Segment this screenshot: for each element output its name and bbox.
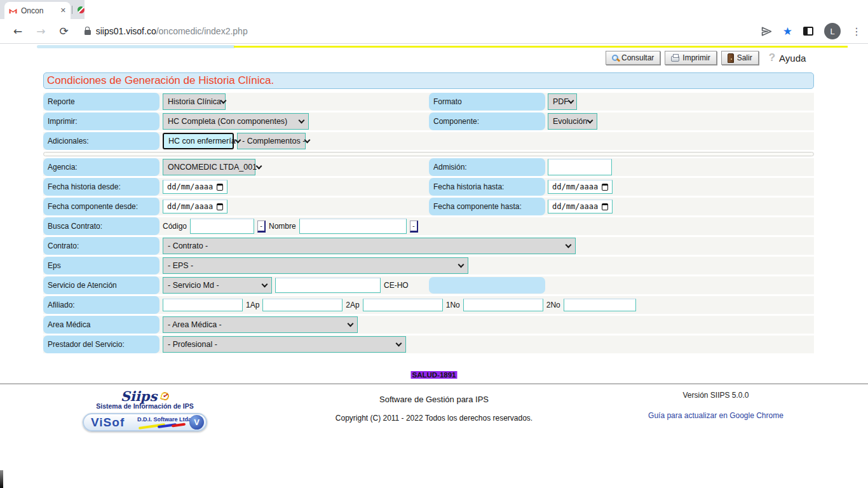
afiliado-1ap-label: 1Ap bbox=[246, 301, 259, 309]
footer-logos: Siips Sistema de Información de IPS ViSo… bbox=[80, 388, 210, 434]
tab-close-icon[interactable]: ✕ bbox=[60, 6, 66, 15]
nombre-input[interactable] bbox=[299, 219, 407, 234]
fecha-historia-hasta-label: Fecha historia hasta: bbox=[429, 178, 545, 196]
section-divider bbox=[43, 152, 814, 156]
afiliado-nombre1-input[interactable] bbox=[363, 299, 443, 311]
calendar-icon[interactable] bbox=[602, 184, 608, 191]
imprimir-label: Imprimir bbox=[682, 53, 710, 62]
admision-input[interactable] bbox=[548, 159, 612, 175]
row-busca-contrato: Busca Contrato: Código - Nombre - bbox=[43, 217, 814, 235]
agencia-select[interactable]: ONCOMEDIC LTDA_001 bbox=[163, 159, 255, 175]
contrato-select[interactable]: - Contrato - bbox=[163, 238, 576, 254]
side-panel-icon[interactable] bbox=[803, 27, 813, 36]
row-contrato: Contrato: - Contrato - bbox=[43, 237, 814, 255]
formato-label: Formato bbox=[429, 93, 545, 111]
prestador-select[interactable]: - Profesional - bbox=[163, 336, 406, 353]
servicio-select[interactable]: - Servicio Md - bbox=[163, 277, 272, 294]
url-host: siips01.visof.co bbox=[96, 26, 156, 36]
admision-label: Admisión: bbox=[429, 158, 545, 176]
row-prestador: Prestador del Servicio: - Profesional - bbox=[43, 336, 814, 353]
consultar-button[interactable]: Consultar bbox=[606, 51, 660, 65]
fecha-componente-hasta-label: Fecha componente hasta: bbox=[429, 198, 545, 215]
lock-icon[interactable] bbox=[85, 30, 91, 35]
bookmark-star-icon[interactable]: ★ bbox=[783, 25, 792, 37]
afiliado-2no-label: 2No bbox=[546, 301, 560, 309]
browser-toolbar: ← → ⟳ siips01.visof.co/oncomedic/index2.… bbox=[0, 19, 868, 43]
complementos-select[interactable]: - Complementos - bbox=[237, 133, 306, 149]
tab-title: Oncon bbox=[21, 6, 57, 15]
footer-center: Software de Gestión para IPS Copyright (… bbox=[269, 384, 599, 423]
prestador-label: Prestador del Servicio: bbox=[43, 336, 159, 353]
visof-v-icon: V bbox=[189, 415, 204, 430]
fecha-componente-desde-label: Fecha componente desde: bbox=[43, 198, 159, 215]
profile-avatar[interactable]: L bbox=[824, 23, 841, 39]
row-imprimir: Imprimir: HC Completa (Con componentes) … bbox=[43, 112, 814, 130]
fecha-historia-desde-input[interactable]: dd/mm/aaaa bbox=[163, 180, 227, 194]
chrome-guide-link[interactable]: Guía para actualizar en Google Chrome bbox=[637, 411, 794, 420]
tab-separator bbox=[72, 6, 72, 14]
codigo-clear-button[interactable]: - bbox=[257, 220, 266, 233]
row-fecha-historia: Fecha historia desde: dd/mm/aaaa Fecha h… bbox=[43, 178, 814, 196]
share-icon[interactable] bbox=[761, 27, 772, 36]
visof-logo: ViSof D.D.I. Software Ltda V bbox=[83, 413, 207, 431]
fecha-componente-desde-input[interactable]: dd/mm/aaaa bbox=[163, 200, 227, 214]
area-medica-label: Area Médica bbox=[43, 316, 159, 334]
row-servicio: Servicio de Atención - Servicio Md - CE-… bbox=[43, 276, 814, 294]
calendar-icon[interactable] bbox=[602, 203, 608, 210]
imprimir-label: Imprimir: bbox=[43, 112, 159, 130]
chevron-down-icon bbox=[396, 340, 402, 346]
chevron-down-icon bbox=[304, 137, 311, 143]
tab-strip: Oncon ✕ bbox=[0, 0, 868, 19]
servicio-input[interactable] bbox=[275, 278, 381, 293]
afiliado-1no-label: 1No bbox=[446, 301, 460, 309]
row-fecha-componente: Fecha componente desde: dd/mm/aaaa Fecha… bbox=[43, 198, 814, 215]
calendar-icon[interactable] bbox=[217, 203, 223, 210]
reporte-select[interactable]: Historia Clínica bbox=[163, 93, 226, 110]
gmail-favicon-icon bbox=[9, 8, 17, 14]
imprimir-button[interactable]: Imprimir bbox=[665, 51, 716, 65]
reporte-label: Reporte bbox=[43, 93, 159, 111]
componente-select[interactable]: Evolución bbox=[548, 113, 597, 130]
second-tab-favicon-icon[interactable] bbox=[78, 6, 85, 13]
ayuda-link[interactable]: ? Ayuda bbox=[769, 51, 806, 64]
back-icon[interactable]: ← bbox=[13, 25, 22, 37]
codigo-label: Código bbox=[163, 222, 187, 231]
codigo-input[interactable] bbox=[190, 219, 254, 234]
address-bar[interactable]: siips01.visof.co/oncomedic/index2.php bbox=[96, 26, 248, 36]
afiliado-documento-input[interactable] bbox=[564, 299, 636, 311]
salud-ticket-badge: SALUD-1891 bbox=[410, 371, 457, 379]
adicionales-select[interactable]: HC con enfermería bbox=[163, 133, 234, 149]
eps-select[interactable]: - EPS - bbox=[163, 257, 468, 274]
row-eps: Eps - EPS - bbox=[43, 257, 814, 274]
menu-dots-icon[interactable]: ⋮ bbox=[851, 25, 862, 37]
componente-label: Componente: bbox=[429, 112, 545, 130]
fecha-componente-hasta-input[interactable]: dd/mm/aaaa bbox=[548, 200, 613, 214]
area-medica-select[interactable]: - Area Médica - bbox=[163, 316, 358, 333]
afiliado-2ap-label: 2Ap bbox=[346, 301, 359, 309]
door-exit-icon bbox=[728, 53, 734, 63]
formato-select[interactable]: PDF bbox=[548, 93, 577, 110]
afiliado-apellido2-input[interactable] bbox=[262, 299, 342, 311]
chevron-down-icon bbox=[262, 281, 268, 287]
salir-button[interactable]: Salir bbox=[721, 51, 759, 65]
ceho-field[interactable] bbox=[429, 277, 545, 294]
afiliado-nombre2-input[interactable] bbox=[463, 299, 543, 311]
adicionales-label: Adicionales: bbox=[43, 132, 159, 150]
imprimir-select[interactable]: HC Completa (Con componentes) bbox=[163, 113, 309, 130]
fecha-historia-hasta-input[interactable]: dd/mm/aaaa bbox=[548, 180, 613, 194]
nombre-clear-button[interactable]: - bbox=[410, 220, 418, 233]
servicio-label: Servicio de Atención bbox=[43, 276, 159, 294]
calendar-icon[interactable] bbox=[217, 184, 223, 191]
background-window-edge bbox=[0, 470, 3, 488]
browser-tab-active[interactable]: Oncon ✕ bbox=[4, 2, 71, 19]
row-afiliado: Afiliado: 1Ap 2Ap 1No 2No bbox=[43, 296, 814, 314]
web-page: Consultar Imprimir Salir ? Ayuda Condici… bbox=[0, 44, 868, 488]
page-footer: Siips Sistema de Información de IPS ViSo… bbox=[0, 383, 868, 488]
afiliado-apellido1-input[interactable] bbox=[163, 299, 243, 311]
chevron-down-icon bbox=[256, 163, 262, 169]
reload-icon[interactable]: ⟳ bbox=[60, 25, 69, 37]
forward-icon: → bbox=[36, 25, 45, 37]
ayuda-label: Ayuda bbox=[779, 53, 806, 64]
row-area-medica: Area Médica - Area Médica - bbox=[43, 316, 814, 334]
ceho-label: CE-HO bbox=[384, 281, 409, 290]
